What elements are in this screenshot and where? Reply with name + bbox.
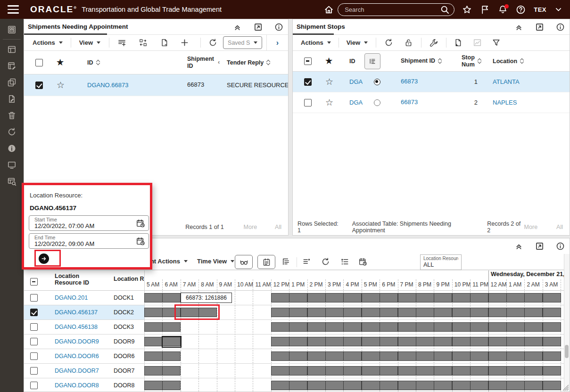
busy-slot-bar[interactable] — [271, 308, 289, 317]
location-resource-filter[interactable]: Location Resource ALL — [420, 254, 462, 270]
favorites-star-icon[interactable] — [462, 5, 472, 15]
busy-slot-bar[interactable] — [362, 308, 380, 317]
busy-slot-bar[interactable] — [488, 366, 507, 376]
sort-icon[interactable] — [520, 59, 523, 63]
gantt-row-checkbox[interactable] — [30, 309, 38, 316]
busy-slot-bar[interactable] — [325, 337, 344, 346]
busy-slot-bar[interactable] — [488, 293, 507, 302]
collapse-icon[interactable] — [514, 23, 523, 32]
busy-slot-bar[interactable] — [470, 322, 488, 332]
busy-slot-bar[interactable] — [398, 308, 416, 317]
resource-id-link[interactable]: DGANO.DOOR7 — [55, 368, 99, 374]
busy-slot-bar[interactable] — [470, 366, 488, 376]
edit-table-icon[interactable] — [0, 57, 24, 74]
busy-slot-bar[interactable] — [452, 337, 471, 346]
busy-slot-bar[interactable] — [380, 337, 398, 346]
refresh-icon[interactable] — [208, 38, 217, 47]
refresh-icon[interactable] — [321, 257, 330, 266]
info-filled-icon[interactable] — [0, 140, 24, 156]
busy-slot-bar[interactable] — [524, 308, 543, 317]
home-icon[interactable]: /> — [324, 5, 334, 15]
end-time-field[interactable]: End Time 12/20/2022, 09:00 AM — [29, 233, 149, 249]
all-button[interactable]: All — [275, 224, 281, 230]
busy-slot-bar[interactable] — [162, 322, 181, 332]
appointment-bar[interactable]: 66873: 1261886 — [181, 293, 232, 303]
gantt-select-all-checkbox[interactable] — [30, 278, 38, 287]
busy-slot-bar[interactable] — [362, 293, 380, 302]
busy-slot-bar[interactable] — [362, 381, 380, 390]
resource-id-link[interactable]: DGANO.DOOR8 — [55, 382, 99, 389]
busy-slot-bar[interactable] — [524, 293, 543, 302]
gantt-row-checkbox[interactable] — [30, 382, 38, 389]
info-icon[interactable] — [274, 23, 283, 32]
busy-slot-bar[interactable] — [289, 366, 307, 376]
hierarchy-list-icon[interactable] — [281, 257, 290, 266]
busy-slot-bar[interactable] — [488, 337, 507, 346]
actions-menu[interactable]: Actions — [33, 39, 63, 46]
table-search-icon[interactable] — [0, 173, 24, 189]
more-button[interactable]: More — [524, 224, 537, 230]
list-options-icon[interactable] — [340, 257, 349, 266]
busy-slot-bar[interactable] — [416, 351, 434, 361]
busy-slot-bar[interactable] — [416, 293, 434, 302]
busy-slot-bar[interactable] — [416, 366, 434, 376]
busy-slot-bar[interactable] — [307, 308, 326, 317]
time-view-menu[interactable]: Time View — [197, 258, 234, 265]
export-document-icon[interactable] — [454, 38, 463, 47]
info-icon[interactable] — [556, 242, 565, 251]
add-row-icon[interactable] — [117, 38, 126, 47]
busy-slot-bar[interactable] — [144, 366, 163, 376]
busy-slot-bar[interactable] — [434, 337, 452, 346]
star-icon[interactable]: ☆ — [318, 76, 341, 87]
busy-slot-bar[interactable] — [343, 381, 362, 390]
busy-slot-bar[interactable] — [307, 293, 326, 302]
busy-slot-bar[interactable] — [343, 337, 362, 346]
busy-slot-bar[interactable] — [398, 366, 416, 376]
sort-icon[interactable] — [478, 59, 481, 63]
busy-slot-bar[interactable] — [506, 337, 525, 346]
busy-slot-bar[interactable] — [144, 351, 163, 361]
saved-search-dropdown[interactable]: Saved S — [223, 36, 262, 49]
busy-slot-bar[interactable] — [380, 351, 398, 361]
busy-slot-bar[interactable] — [452, 308, 471, 317]
busy-slot-bar[interactable] — [325, 322, 344, 332]
row-checkbox[interactable] — [35, 82, 43, 89]
all-button[interactable]: All — [556, 224, 563, 230]
busy-slot-bar[interactable] — [416, 337, 434, 346]
busy-slot-bar[interactable] — [488, 322, 507, 332]
details-view-button[interactable] — [364, 53, 380, 69]
busy-slot-bar[interactable] — [162, 351, 181, 361]
busy-slot-bar[interactable] — [362, 366, 380, 376]
busy-slot-bar[interactable] — [524, 351, 543, 361]
open-in-new-icon[interactable] — [535, 23, 544, 32]
workbench-grid-icon[interactable] — [0, 21, 24, 38]
busy-slot-bar[interactable] — [434, 351, 452, 361]
sort-icon[interactable] — [267, 60, 270, 65]
select-all-checkbox[interactable] — [304, 57, 312, 65]
panel-layout-icon[interactable] — [0, 41, 24, 57]
busy-slot-bar[interactable] — [506, 351, 525, 361]
busy-slot-bar[interactable] — [307, 381, 326, 390]
stop-radio[interactable] — [374, 79, 380, 85]
busy-slot-bar[interactable] — [343, 293, 362, 302]
global-search[interactable] — [338, 3, 454, 16]
busy-slot-bar[interactable] — [434, 381, 452, 390]
busy-slot-bar[interactable] — [289, 337, 307, 346]
add-icon[interactable] — [180, 38, 189, 47]
busy-slot-bar[interactable] — [289, 293, 307, 302]
busy-slot-bar[interactable] — [289, 308, 307, 317]
busy-slot-bar[interactable] — [543, 351, 561, 361]
busy-slot-bar[interactable] — [470, 337, 488, 346]
busy-slot-bar[interactable] — [416, 322, 434, 332]
appointment-board-toggle[interactable] — [257, 255, 275, 269]
collapse-icon[interactable] — [514, 242, 523, 251]
busy-slot-bar[interactable] — [362, 337, 380, 346]
busy-slot-bar[interactable] — [380, 381, 398, 390]
resource-id-link[interactable]: DGANO.DOOR6 — [55, 353, 99, 359]
table-row[interactable]: ☆DGA668731ATLANTA — [293, 72, 570, 92]
busy-slot-bar[interactable] — [398, 337, 416, 346]
busy-slot-bar[interactable] — [271, 351, 289, 361]
busy-slot-bar[interactable] — [144, 337, 163, 346]
busy-slot-bar[interactable] — [470, 381, 488, 390]
busy-slot-bar[interactable] — [524, 366, 543, 376]
